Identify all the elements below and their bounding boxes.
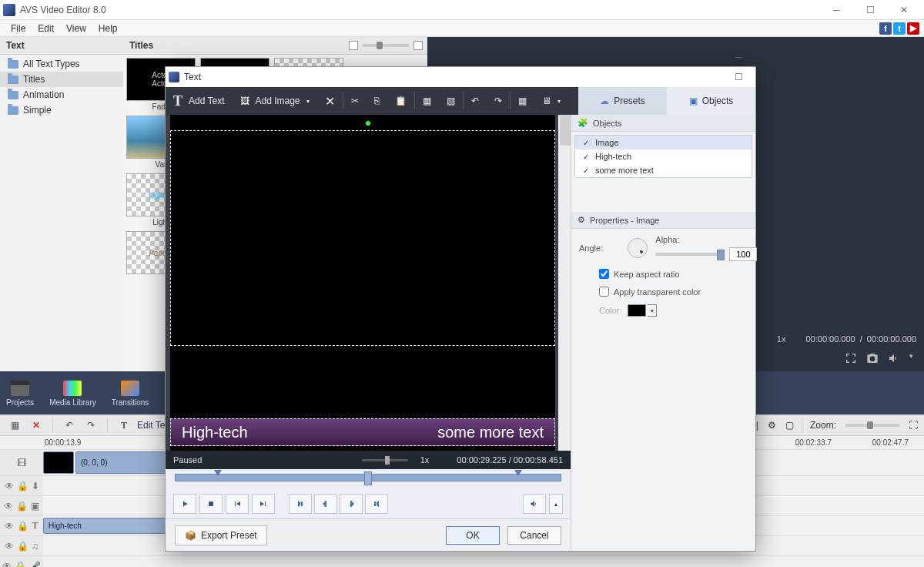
lock-icon[interactable]: 🔒 — [17, 541, 28, 552]
music-icon[interactable]: ♫ — [32, 541, 38, 552]
menu-help[interactable]: Help — [92, 22, 124, 35]
apply-transparent-checkbox[interactable] — [599, 287, 609, 297]
text-tool-icon[interactable]: T — [116, 417, 132, 434]
snapshot-icon[interactable] — [866, 352, 879, 367]
step-back-button[interactable] — [314, 494, 337, 514]
rotate-handle[interactable] — [366, 121, 370, 126]
presets-tab[interactable]: ☁Presets — [578, 87, 667, 115]
eye-icon[interactable]: 👁 — [5, 521, 14, 532]
volume-menu-button[interactable]: ▴ — [549, 494, 563, 514]
menu-file[interactable]: File — [5, 22, 32, 35]
check-icon[interactable]: ✓ — [581, 152, 591, 161]
transitions-button[interactable]: Transitions — [112, 380, 149, 407]
text-type-all[interactable]: All Text Types — [0, 56, 123, 72]
cut-button[interactable]: ✂ — [343, 87, 367, 115]
settings-icon[interactable]: ⚙ — [768, 420, 776, 431]
send-backward-button[interactable]: ▧ — [439, 87, 463, 115]
volume-icon[interactable] — [888, 352, 900, 367]
objects-tab[interactable]: ▣Objects — [667, 87, 755, 115]
dialog-maximize-button[interactable]: ☐ — [725, 67, 752, 87]
crop-icon[interactable]: ▢ — [785, 420, 794, 431]
delete-button[interactable]: ✕ — [28, 417, 45, 434]
object-row-image[interactable]: ✓Image — [575, 136, 752, 149]
down-arrow-icon[interactable]: ⬇ — [32, 481, 39, 492]
media-library-button[interactable]: Media Library — [49, 380, 96, 407]
fullscreen-icon[interactable] — [845, 352, 857, 367]
add-text-button[interactable]: TAdd Text — [166, 87, 233, 115]
thumb-size-slider[interactable] — [363, 44, 409, 47]
angle-knob[interactable] — [628, 238, 648, 258]
prev-frame-button[interactable] — [226, 494, 249, 514]
main-maximize-button[interactable]: ☐ — [853, 0, 887, 20]
cancel-button[interactable]: Cancel — [507, 526, 561, 545]
object-row-some[interactable]: ✓some more text — [575, 163, 752, 177]
zoom-slider[interactable] — [845, 424, 899, 427]
paste-button[interactable]: 📋 — [387, 87, 414, 115]
facebook-icon[interactable]: f — [879, 22, 892, 35]
volume-dropdown-icon[interactable]: ▾ — [909, 352, 913, 367]
speed-slider[interactable] — [362, 459, 408, 461]
keep-aspect-checkbox[interactable] — [599, 269, 609, 279]
dialog-minimize-button[interactable]: ─ — [725, 47, 752, 67]
text-icon[interactable]: T — [32, 520, 38, 532]
playhead[interactable] — [364, 471, 372, 485]
export-preset-button[interactable]: 📦Export Preset — [175, 525, 267, 545]
redo-button[interactable]: ↷ — [82, 417, 99, 434]
main-minimize-button[interactable]: ─ — [819, 0, 853, 20]
display-button[interactable]: 🖥▾ — [534, 87, 568, 115]
voice-track[interactable]: 👁🔒🎤 — [0, 556, 924, 567]
check-icon[interactable]: ✓ — [581, 138, 591, 147]
zoom-fit-icon[interactable]: ⛶ — [909, 420, 918, 431]
mic-icon[interactable]: 🎤 — [29, 561, 41, 568]
undo-button[interactable]: ↶ — [61, 417, 78, 434]
lock-icon[interactable]: 🔒 — [15, 561, 26, 568]
eye-icon[interactable]: 👁 — [4, 501, 13, 512]
text-type-titles[interactable]: Titles — [0, 72, 123, 87]
text-type-animation[interactable]: Animation — [0, 87, 123, 102]
projects-button[interactable]: Projects — [6, 380, 34, 407]
scrollbar-thumb[interactable] — [560, 115, 571, 146]
youtube-icon[interactable]: ▶ — [907, 22, 919, 35]
title-banner[interactable]: High-tech some more text — [170, 418, 555, 446]
seek-bar[interactable] — [166, 469, 571, 489]
color-dropdown-button[interactable]: ▾ — [648, 304, 657, 317]
text-canvas[interactable]: High-tech some more text — [166, 115, 571, 451]
step-fwd-button[interactable] — [340, 494, 363, 514]
alpha-slider[interactable] — [655, 253, 725, 256]
menu-edit[interactable]: Edit — [32, 22, 60, 35]
grid-button[interactable]: ▦ — [511, 87, 534, 115]
bring-forward-button[interactable]: ▦ — [415, 87, 439, 115]
object-row-hightech[interactable]: ✓High-tech — [575, 149, 752, 163]
twitter-icon[interactable]: t — [893, 22, 906, 35]
copy-button[interactable]: ⎘ — [367, 87, 387, 115]
dlg-undo-button[interactable]: ↶ — [464, 87, 487, 115]
dlg-redo-button[interactable]: ↷ — [487, 87, 510, 115]
next-frame-button[interactable] — [252, 494, 275, 514]
text-type-simple[interactable]: Simple — [0, 102, 123, 118]
stop-button[interactable] — [199, 494, 223, 514]
eye-icon[interactable]: 👁 — [5, 481, 14, 492]
lock-icon[interactable]: 🔒 — [17, 521, 28, 532]
alpha-input[interactable] — [729, 247, 757, 261]
lock-icon[interactable]: 🔒 — [17, 481, 28, 492]
canvas-scrollbar[interactable] — [558, 115, 571, 451]
mark-out-button[interactable] — [365, 494, 388, 514]
delete-button[interactable]: ✕ — [317, 87, 343, 115]
trim-out-flag[interactable] — [514, 470, 522, 476]
selection-box[interactable] — [170, 130, 555, 346]
thumb-size-large-button[interactable] — [413, 41, 423, 50]
ok-button[interactable]: OK — [446, 526, 500, 545]
thumb-size-small-button[interactable] — [349, 41, 358, 50]
menu-view[interactable]: View — [60, 22, 92, 35]
grid-view-icon[interactable]: ▦ — [6, 417, 23, 434]
mute-button[interactable] — [523, 494, 546, 514]
eye-icon[interactable]: 👁 — [2, 561, 12, 568]
color-swatch[interactable] — [628, 304, 646, 317]
check-icon[interactable]: ✓ — [581, 166, 591, 175]
lock-icon[interactable]: 🔒 — [16, 501, 28, 512]
main-close-button[interactable]: ✕ — [887, 0, 921, 20]
overlay-icon[interactable]: ▣ — [31, 501, 39, 512]
add-image-button[interactable]: 🖼Add Image▾ — [233, 87, 317, 115]
trim-in-flag[interactable] — [214, 470, 222, 476]
video-clip[interactable] — [43, 451, 74, 474]
